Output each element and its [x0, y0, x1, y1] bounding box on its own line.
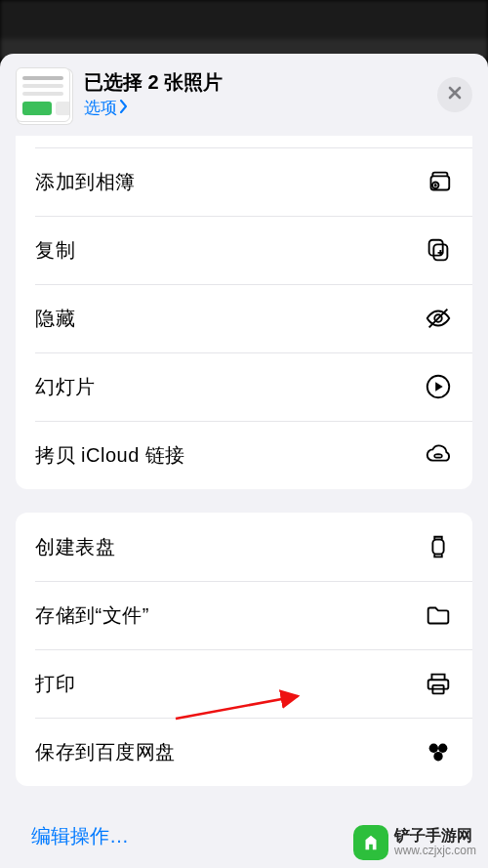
action-group: 添加到共享相簿 添加到相簿 复制 — [16, 136, 472, 489]
watermark-name: 铲子手游网 — [394, 827, 476, 845]
svg-point-15 — [433, 752, 442, 761]
action-hide[interactable]: 隐藏 — [16, 284, 472, 352]
copy-icon — [424, 235, 453, 265]
selection-thumbnail — [16, 67, 70, 122]
options-link[interactable]: 选项 — [84, 97, 424, 119]
svg-point-13 — [429, 744, 438, 753]
sheet-title: 已选择 2 张照片 — [84, 70, 424, 95]
action-slideshow[interactable]: 幻灯片 — [16, 352, 472, 421]
hide-icon — [424, 304, 453, 333]
print-icon — [424, 669, 453, 698]
action-add-album[interactable]: 添加到相簿 — [16, 147, 472, 216]
action-label: 隐藏 — [35, 306, 75, 332]
watermark: 铲子手游网 www.czjxjc.com — [346, 821, 484, 864]
action-label: 保存到百度网盘 — [35, 739, 176, 765]
svg-point-14 — [438, 744, 447, 753]
folder-icon — [424, 600, 453, 630]
close-button[interactable] — [437, 77, 472, 112]
close-icon — [447, 85, 463, 104]
action-label: 复制 — [35, 237, 75, 264]
action-copy[interactable]: 复制 — [16, 216, 472, 284]
action-create-watchface[interactable]: 创建表盘 — [16, 513, 472, 581]
baidu-pan-icon — [424, 737, 453, 766]
action-save-baidu[interactable]: 保存到百度网盘 — [16, 718, 472, 786]
sheet-header: 已选择 2 张照片 选项 — [0, 54, 488, 136]
action-group: 创建表盘 存储到“文件” 打印 — [16, 513, 472, 786]
play-icon — [424, 372, 453, 401]
cloud-link-icon — [424, 440, 453, 470]
sheet-body: 添加到共享相簿 添加到相簿 复制 — [0, 136, 488, 868]
watermark-logo-icon — [353, 825, 388, 860]
action-add-shared-album[interactable]: 添加到共享相簿 — [16, 136, 472, 147]
action-print[interactable]: 打印 — [16, 649, 472, 718]
actions-scroll[interactable]: 添加到共享相簿 添加到相簿 复制 — [0, 136, 488, 868]
header-text: 已选择 2 张照片 选项 — [84, 70, 424, 119]
share-sheet: 已选择 2 张照片 选项 添加到共享相簿 — [0, 54, 488, 868]
action-label: 添加到相簿 — [35, 169, 136, 195]
action-label: 拷贝 iCloud 链接 — [35, 442, 185, 469]
edit-actions-label: 编辑操作… — [31, 825, 129, 847]
chevron-right-icon — [119, 99, 129, 118]
options-label: 选项 — [84, 97, 117, 119]
action-label: 创建表盘 — [35, 534, 115, 560]
action-label: 存储到“文件” — [35, 602, 149, 629]
action-icloud-link[interactable]: 拷贝 iCloud 链接 — [16, 421, 472, 489]
album-icon — [424, 167, 453, 196]
action-label: 打印 — [35, 671, 75, 697]
svg-rect-10 — [432, 540, 443, 555]
watermark-url: www.czjxjc.com — [394, 845, 476, 858]
watch-icon — [424, 532, 453, 561]
action-label: 幻灯片 — [35, 374, 96, 400]
action-save-to-files[interactable]: 存储到“文件” — [16, 581, 472, 649]
